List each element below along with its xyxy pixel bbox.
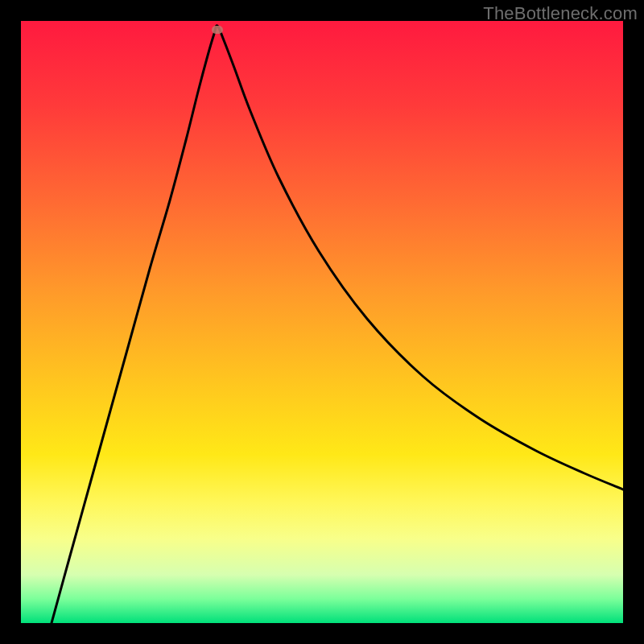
bottleneck-curve-path [52, 26, 623, 623]
chart-plot-area [21, 21, 623, 623]
minimum-marker [212, 26, 223, 34]
chart-curve [21, 21, 623, 623]
